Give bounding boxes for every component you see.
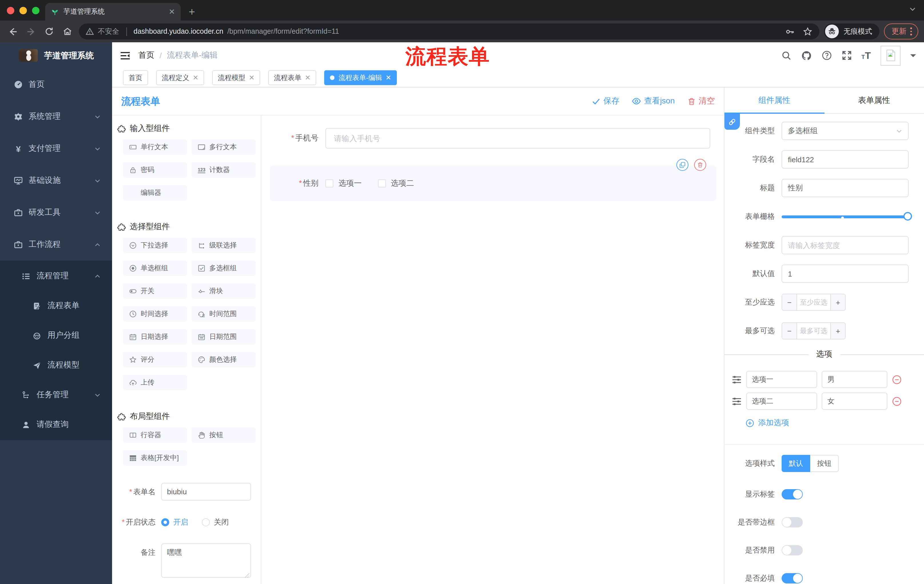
sidebar-item-process-form[interactable]: 流程表单 xyxy=(0,291,112,321)
component-time-range[interactable]: 时间范围 xyxy=(191,306,256,322)
close-window-button[interactable] xyxy=(7,7,14,14)
phone-input[interactable] xyxy=(325,128,710,148)
forward-icon[interactable] xyxy=(24,26,38,37)
remove-option-button[interactable] xyxy=(892,375,902,384)
copy-component-button[interactable] xyxy=(676,159,688,171)
option-label-input[interactable] xyxy=(746,393,817,410)
zoom-window-button[interactable] xyxy=(32,7,40,14)
browser-menu-icon[interactable] xyxy=(910,28,912,35)
default-value-input[interactable] xyxy=(782,265,909,283)
component-editor[interactable]: 编辑器 xyxy=(123,185,187,201)
reload-icon[interactable] xyxy=(42,26,56,36)
sidebar-item-user-group[interactable]: 用户分组 xyxy=(0,321,112,350)
increment-button[interactable]: + xyxy=(830,323,845,339)
form-canvas[interactable]: *手机号 xyxy=(261,115,724,584)
password-key-icon[interactable] xyxy=(785,26,795,36)
component-table-dev[interactable]: 表格[开发中] xyxy=(123,450,187,466)
gender-field-selected[interactable]: *性别 选项一 选项二 xyxy=(270,166,716,201)
route-tab-process-form[interactable]: 流程表单✕ xyxy=(268,70,316,85)
slider-track[interactable] xyxy=(782,216,909,218)
view-json-button[interactable]: 查看json xyxy=(632,96,675,106)
back-icon[interactable] xyxy=(6,26,20,37)
status-closed-radio[interactable]: 关闭 xyxy=(202,517,229,527)
sidebar-item-system[interactable]: 系统管理 xyxy=(0,100,112,133)
decrement-button[interactable]: − xyxy=(782,323,797,339)
sidebar-item-payment[interactable]: ¥ 支付管理 xyxy=(0,133,112,165)
drag-handle-icon[interactable] xyxy=(732,375,742,384)
component-color-picker[interactable]: 颜色选择 xyxy=(191,352,256,367)
option-value-input[interactable] xyxy=(822,393,888,410)
component-row-container[interactable]: 行容器 xyxy=(123,428,187,443)
component-counter[interactable]: 123 计数器 xyxy=(191,162,256,178)
option-value-input[interactable] xyxy=(822,371,888,388)
url-field[interactable]: 不安全 dashboard.yudao.iocoder.cn/bpm/manag… xyxy=(79,23,819,39)
required-toggle[interactable] xyxy=(782,573,803,584)
component-select[interactable]: 下拉选择 xyxy=(123,238,187,253)
help-icon[interactable] xyxy=(822,50,832,61)
option-label-input[interactable] xyxy=(746,371,817,388)
font-size-icon[interactable]: TT xyxy=(861,51,871,60)
sidebar-item-infrastructure[interactable]: 基础设施 xyxy=(0,165,112,197)
grid-slider[interactable] xyxy=(782,207,909,226)
breadcrumb-home[interactable]: 首页 xyxy=(139,50,154,61)
component-rate[interactable]: 评分 xyxy=(123,352,187,367)
link-tag-button[interactable] xyxy=(724,114,740,130)
component-button[interactable]: 按钮 xyxy=(191,428,256,443)
close-icon[interactable]: ✕ xyxy=(249,74,254,82)
checkbox-option-2[interactable]: 选项二 xyxy=(378,178,414,189)
tab-component-props[interactable]: 组件属性 xyxy=(724,87,824,113)
component-slider[interactable]: 滑块 xyxy=(191,283,256,299)
sidebar-item-home[interactable]: 首页 xyxy=(0,69,112,100)
route-tab-process-model[interactable]: 流程模型✕ xyxy=(212,70,260,85)
status-open-radio[interactable]: 开启 xyxy=(161,517,188,527)
tab-close-icon[interactable]: ✕ xyxy=(169,7,175,16)
close-icon[interactable]: ✕ xyxy=(385,74,391,82)
clear-button[interactable]: 清空 xyxy=(687,96,715,106)
form-remark-textarea[interactable]: 嘿嘿 xyxy=(161,543,251,578)
browser-tab[interactable]: 芋道管理系统 ✕ xyxy=(45,3,181,21)
sidebar-item-task-management[interactable]: 任务管理 xyxy=(0,380,112,410)
min-select-input[interactable] xyxy=(797,294,830,310)
remove-option-button[interactable] xyxy=(892,396,902,406)
search-icon[interactable] xyxy=(781,51,791,60)
increment-button[interactable]: + xyxy=(830,294,845,310)
label-width-input[interactable] xyxy=(782,236,909,254)
field-name-input[interactable] xyxy=(782,150,909,169)
sidebar-item-process-management[interactable]: 流程管理 xyxy=(0,261,112,291)
sidebar-item-leave-query[interactable]: 请假查询 xyxy=(0,410,112,439)
home-icon[interactable] xyxy=(61,26,74,36)
sidebar-item-devtools[interactable]: 研发工具 xyxy=(0,197,112,229)
slider-handle[interactable] xyxy=(903,212,912,220)
style-button-button[interactable]: 按钮 xyxy=(810,455,839,472)
window-controls[interactable] xyxy=(7,7,40,14)
component-switch[interactable]: 开关 xyxy=(123,283,187,299)
component-upload[interactable]: 上传 xyxy=(123,375,187,390)
sidebar-item-workflow[interactable]: 工作流程 xyxy=(0,229,112,261)
component-password[interactable]: 密码 xyxy=(123,162,187,178)
fullscreen-icon[interactable] xyxy=(842,50,852,61)
browser-update-button[interactable]: 更新 xyxy=(884,23,918,39)
route-tab-process-definition[interactable]: 流程定义✕ xyxy=(156,70,204,85)
route-tab-home[interactable]: 首页 xyxy=(123,70,148,85)
collapse-sidebar-icon[interactable] xyxy=(120,51,130,60)
checkbox-option-1[interactable]: 选项一 xyxy=(325,178,361,189)
phone-field[interactable]: *手机号 xyxy=(261,128,710,148)
component-time-picker[interactable]: 时间选择 xyxy=(123,306,187,322)
close-icon[interactable]: ✕ xyxy=(193,74,198,82)
component-checkbox-group[interactable]: 多选框组 xyxy=(191,261,256,276)
minimize-window-button[interactable] xyxy=(20,7,27,14)
show-label-toggle[interactable] xyxy=(782,489,803,499)
component-single-line-text[interactable]: 单行文本 xyxy=(123,140,187,155)
component-radio-group[interactable]: 单选框组 xyxy=(123,261,187,276)
close-icon[interactable]: ✕ xyxy=(305,74,310,82)
tab-search-chevron-icon[interactable] xyxy=(909,6,916,13)
component-type-select[interactable]: 多选框组 xyxy=(782,122,909,140)
title-input[interactable] xyxy=(782,179,909,197)
github-icon[interactable] xyxy=(801,50,812,61)
border-toggle[interactable] xyxy=(782,517,803,527)
component-date-range[interactable]: 日期范围 xyxy=(191,329,256,345)
drag-handle-icon[interactable] xyxy=(732,397,742,405)
delete-component-button[interactable] xyxy=(694,159,706,171)
add-option-button[interactable]: 添加选项 xyxy=(746,418,924,428)
disabled-toggle[interactable] xyxy=(782,545,803,555)
